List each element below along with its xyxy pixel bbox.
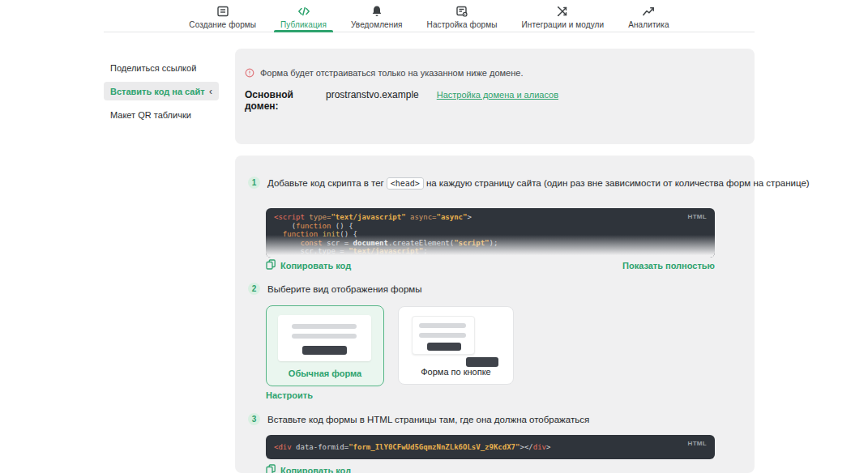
step-3: 3 Вставьте код формы в HTML страницы там…	[248, 413, 589, 425]
analytics-icon	[642, 5, 655, 18]
tab-publication[interactable]: Публикация	[279, 0, 328, 32]
sidebar-item-label: Поделиться ссылкой	[110, 63, 196, 73]
head-tag-chip: <head>	[387, 177, 424, 190]
code-1-actions: Копировать код Показать полностью	[266, 259, 715, 271]
step-1: 1 Добавьте код скрипта в тег<head>на каж…	[248, 177, 810, 189]
tab-notifications[interactable]: Уведомления	[349, 0, 404, 32]
tab-label: Настройка формы	[427, 20, 498, 29]
copy-icon	[266, 259, 276, 271]
form-embed-code-block[interactable]: HTML <div data-formid="form_IlY0CFwUd5Gq…	[266, 435, 715, 459]
tab-label: Создание формы	[189, 20, 256, 29]
tab-analytics[interactable]: Аналитика	[626, 0, 670, 32]
sidebar-item-label: Макет QR таблички	[110, 110, 191, 120]
embed-steps-panel: 1 Добавьте код скрипта в тег<head>на каж…	[235, 156, 755, 473]
domain-notice: Форма будет отстраиваться только на указ…	[245, 68, 524, 78]
preview-submit-bar	[427, 343, 461, 351]
step-3-text: Вставьте код формы в HTML страницы там, …	[267, 415, 589, 424]
form-settings-icon	[455, 5, 468, 18]
alert-icon	[245, 68, 254, 78]
tab-label: Уведомления	[351, 20, 403, 29]
display-option-label: Обычная форма	[267, 369, 383, 378]
sidebar-item-label: Вставить код на сайт	[110, 87, 205, 96]
form-embed-code-content: <div data-formid="form_IlY0CFwUd5GqmzNnZ…	[274, 443, 707, 452]
copy-icon	[266, 464, 276, 473]
tab-integrations[interactable]: Интеграции и модули	[520, 0, 606, 32]
form-preview	[278, 315, 371, 361]
domain-value: prostranstvo.example	[326, 89, 419, 100]
step-2: 2 Выберите вид отображения формы	[248, 283, 422, 295]
step-1-text: Добавьте код скрипта в тег<head>на кажду…	[267, 178, 810, 188]
form-preview	[412, 316, 475, 355]
display-option-regular-form[interactable]: Обычная форма	[266, 305, 384, 386]
preview-text-bar	[292, 334, 357, 339]
step-2-text: Выберите вид отображения формы	[267, 284, 422, 294]
copy-code-button-1[interactable]: Копировать код	[266, 259, 351, 271]
domain-notice-text: Форма будет отстраиваться только на указ…	[260, 68, 524, 78]
preview-trigger-button	[466, 357, 498, 367]
tab-form-settings[interactable]: Настройка формы	[425, 0, 499, 32]
code-icon	[297, 5, 310, 18]
display-option-button-form[interactable]: Форма по кнопке	[398, 306, 514, 385]
sidebar: Поделиться ссылкой Вставить код на сайт …	[104, 58, 219, 129]
main-content: Форма будет отстраиваться только на указ…	[235, 49, 755, 473]
top-navigation: Создание формы Публикация Уведомления	[104, 0, 755, 32]
step-1-text-before: Добавьте код скрипта в тег	[267, 178, 384, 188]
preview-text-bar	[292, 324, 357, 329]
tab-label: Аналитика	[628, 20, 669, 29]
sidebar-item-share-link[interactable]: Поделиться ссылкой	[104, 58, 219, 77]
preview-submit-bar	[302, 346, 347, 355]
step-1-number: 1	[248, 177, 260, 189]
preview-text-bar	[419, 323, 466, 328]
display-option-label: Форма по кнопке	[399, 367, 513, 377]
show-full-code-link[interactable]: Показать полностью	[622, 261, 715, 271]
domain-row: Основной домен: prostranstvo.example Нас…	[245, 89, 558, 112]
configure-link[interactable]: Настроить	[266, 390, 313, 400]
tab-form-builder[interactable]: Создание формы	[187, 0, 258, 32]
tab-label: Интеграции и модули	[522, 20, 605, 29]
form-builder-icon	[216, 5, 229, 18]
code-2-actions: Копировать код	[266, 464, 715, 473]
bell-icon	[370, 5, 383, 18]
domain-label: Основной домен:	[245, 89, 326, 112]
sidebar-item-embed-code[interactable]: Вставить код на сайт ‹	[104, 82, 219, 100]
tab-label: Публикация	[280, 20, 327, 29]
script-code-block[interactable]: HTML <script type="text/javascript" asyn…	[266, 208, 715, 258]
domain-settings-link[interactable]: Настройка домена и алиасов	[437, 90, 558, 100]
integrations-icon	[556, 5, 569, 18]
copy-code-button-2[interactable]: Копировать код	[266, 464, 351, 473]
script-code-content: <script type="text/javascript" async="as…	[274, 213, 707, 258]
step-2-number: 2	[248, 283, 260, 295]
copy-code-label: Копировать код	[280, 466, 351, 473]
domain-panel: Форма будет отстраиваться только на указ…	[235, 49, 755, 144]
copy-code-label: Копировать код	[280, 261, 351, 271]
step-3-number: 3	[248, 413, 260, 425]
preview-text-bar	[419, 333, 466, 338]
code-language-badge: HTML	[688, 213, 707, 222]
chevron-left-icon: ‹	[209, 87, 212, 96]
step-1-text-after: на каждую страницу сайта (один раз вне з…	[426, 178, 810, 188]
sidebar-item-qr-layout[interactable]: Макет QR таблички	[104, 105, 219, 124]
code-language-badge: HTML	[688, 440, 707, 449]
